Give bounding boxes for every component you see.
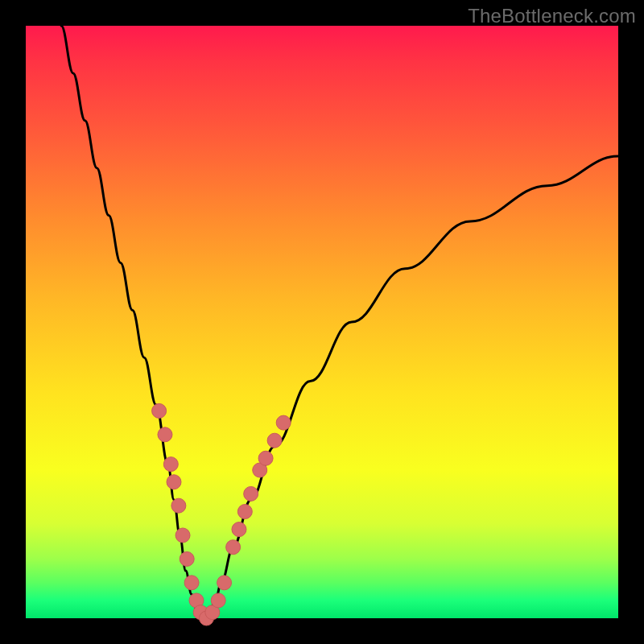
data-marker (167, 475, 181, 489)
data-marker (184, 576, 199, 590)
data-marker (244, 486, 258, 501)
data-marker (152, 403, 167, 418)
data-marker (217, 576, 232, 590)
data-marker (226, 540, 241, 555)
data-marker (258, 451, 273, 465)
watermark-text: TheBottleneck.com (468, 5, 636, 27)
data-marker (158, 427, 172, 442)
data-marker (232, 522, 246, 537)
plot-area (26, 26, 618, 618)
data-marker (237, 505, 252, 519)
data-marker (163, 457, 178, 472)
data-marker (171, 498, 186, 513)
data-marker (276, 415, 291, 430)
data-marker (180, 551, 194, 566)
data-marker (267, 433, 282, 448)
data-marker (211, 593, 225, 608)
bottleneck-curve (61, 26, 618, 618)
data-marker (175, 528, 190, 543)
chart-svg (26, 26, 618, 618)
chart-frame: TheBottleneck.com (0, 0, 644, 644)
marker-group (152, 403, 291, 625)
